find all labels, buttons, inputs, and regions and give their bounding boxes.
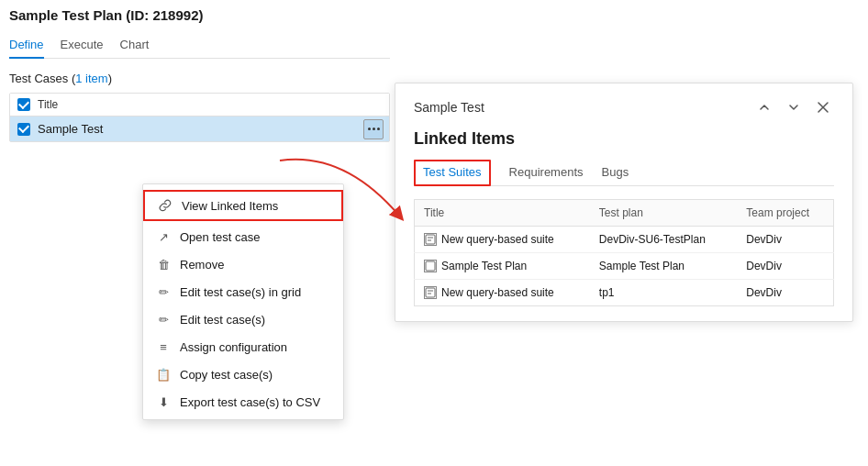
row-menu-button[interactable] xyxy=(363,119,384,139)
menu-item-label: Open test case xyxy=(180,230,260,244)
row-checkbox[interactable] xyxy=(17,123,30,136)
right-panel-title: Sample Test xyxy=(414,100,484,115)
table-cell-testplan: Sample Test Plan xyxy=(590,253,737,280)
right-panel-header: Sample Test xyxy=(414,98,834,116)
sub-tab-bugs[interactable]: Bugs xyxy=(602,160,629,186)
table-cell-teamproject: DevDiv xyxy=(737,227,833,253)
col-title: Title xyxy=(38,98,58,111)
table-row: Sample Test Plan Sample Test Plan DevDiv xyxy=(415,253,834,280)
test-list-header: Title xyxy=(10,94,389,116)
menu-item-label: Export test case(s) to CSV xyxy=(180,395,320,409)
col-header-testplan: Test plan xyxy=(590,200,737,227)
test-row[interactable]: Sample Test xyxy=(10,116,389,141)
menu-item-label: Edit test case(s) in grid xyxy=(180,285,301,299)
section-title: Test Cases (1 item) xyxy=(9,72,390,85)
sub-tab-requirements[interactable]: Requirements xyxy=(509,160,584,186)
menu-item-export[interactable]: ⬇ Export test case(s) to CSV xyxy=(143,388,343,416)
menu-item-view-linked[interactable]: View Linked Items xyxy=(143,190,343,221)
copy-icon: 📋 xyxy=(156,367,171,382)
page-title: Sample Test Plan (ID: 218992) xyxy=(9,7,390,23)
table-cell-testplan: DevDiv-SU6-TestPlan xyxy=(590,227,737,253)
move-up-button[interactable] xyxy=(753,98,775,116)
menu-item-open[interactable]: ↗ Open test case xyxy=(143,223,343,250)
menu-item-edit-grid[interactable]: ✏ Edit test case(s) in grid xyxy=(143,278,343,305)
open-icon: ↗ xyxy=(156,229,171,244)
left-panel: Sample Test Plan (ID: 218992) Define Exe… xyxy=(9,7,390,142)
linked-items-title: Linked Items xyxy=(414,129,834,149)
menu-item-label: Remove xyxy=(180,258,224,272)
tab-chart[interactable]: Chart xyxy=(120,32,150,59)
table-cell-title: Sample Test Plan xyxy=(415,253,590,280)
test-row-label: Sample Test xyxy=(38,122,103,136)
col-header-title: Title xyxy=(415,200,590,227)
query-suite-icon xyxy=(424,233,437,246)
menu-item-edit[interactable]: ✏ Edit test case(s) xyxy=(143,305,343,333)
menu-item-assign[interactable]: ≡ Assign configuration xyxy=(143,333,343,361)
sub-tab-test-suites[interactable]: Test Suites xyxy=(414,160,491,186)
edit-icon: ✏ xyxy=(156,312,171,327)
sub-tab-bar: Test Suites Requirements Bugs xyxy=(414,160,834,186)
right-panel: Sample Test Linked Items Test Suites Req… xyxy=(395,83,853,322)
tab-bar: Define Execute Chart xyxy=(9,32,390,59)
panel-actions xyxy=(753,98,834,116)
col-header-teamproject: Team project xyxy=(737,200,833,227)
svg-rect-4 xyxy=(426,288,435,297)
link-icon xyxy=(158,198,172,213)
svg-rect-0 xyxy=(426,235,435,244)
table-cell-title: New query-based suite xyxy=(415,227,590,253)
menu-item-label: Copy test case(s) xyxy=(180,368,273,382)
table-cell-teamproject: DevDiv xyxy=(737,253,833,280)
menu-item-remove[interactable]: 🗑 Remove xyxy=(143,250,343,278)
linked-items-table: Title Test plan Team project New query-b… xyxy=(414,199,834,306)
table-cell-testplan: tp1 xyxy=(590,280,737,306)
menu-item-copy[interactable]: 📋 Copy test case(s) xyxy=(143,361,343,388)
export-icon: ⬇ xyxy=(156,394,171,409)
svg-rect-3 xyxy=(426,261,435,271)
close-button[interactable] xyxy=(812,98,834,116)
three-dots-icon xyxy=(368,128,380,130)
trash-icon: 🗑 xyxy=(156,257,171,272)
menu-item-label: Assign configuration xyxy=(180,340,287,354)
static-suite-icon xyxy=(424,260,437,272)
menu-item-label: View Linked Items xyxy=(182,199,278,213)
table-cell-title: New query-based suite xyxy=(415,280,590,306)
move-down-button[interactable] xyxy=(783,98,805,116)
config-icon: ≡ xyxy=(156,339,171,354)
table-row: New query-based suite DevDiv-SU6-TestPla… xyxy=(415,227,834,253)
header-checkbox[interactable] xyxy=(17,98,30,111)
grid-icon: ✏ xyxy=(156,284,171,299)
table-row: New query-based suite tp1 DevDiv xyxy=(415,280,834,306)
menu-item-label: Edit test case(s) xyxy=(180,313,265,327)
query-suite-icon-2 xyxy=(424,286,437,299)
table-cell-teamproject: DevDiv xyxy=(737,280,833,306)
tab-define[interactable]: Define xyxy=(9,32,44,59)
context-menu: View Linked Items ↗ Open test case 🗑 Rem… xyxy=(142,183,344,420)
test-list: Title Sample Test xyxy=(9,93,390,142)
tab-execute[interactable]: Execute xyxy=(61,32,104,59)
